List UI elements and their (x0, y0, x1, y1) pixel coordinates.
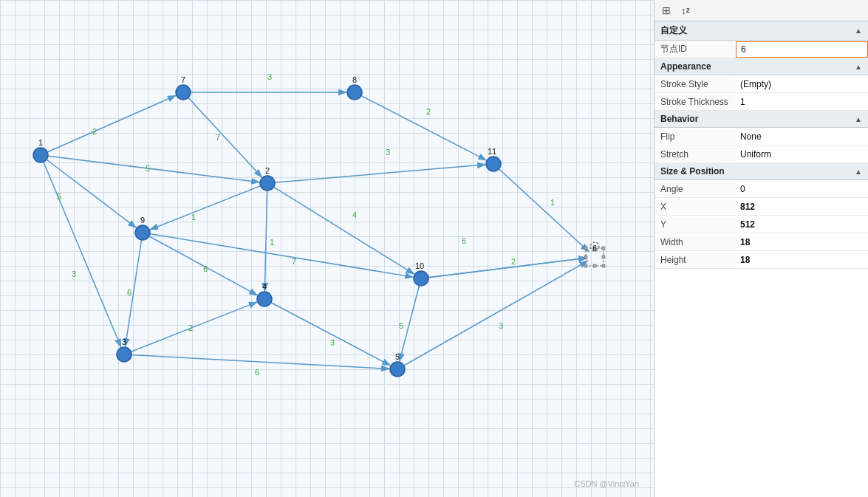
svg-text:3: 3 (122, 337, 126, 346)
graph-svg: 23572431215673526336161234567891011 (0, 0, 654, 497)
svg-point-72 (414, 271, 428, 286)
grid-icon[interactable]: ⊞ (659, 3, 674, 18)
prop-label: Flip (655, 129, 736, 144)
svg-text:1: 1 (38, 138, 43, 147)
svg-line-33 (124, 354, 390, 369)
section-header-custom[interactable]: 自定义▲ (655, 21, 868, 41)
section-header-behavior[interactable]: Behavior▲ (655, 111, 868, 128)
svg-text:2: 2 (265, 166, 270, 175)
panel-toolbar: ⊞ ↕2 (655, 0, 868, 21)
svg-text:6: 6 (462, 236, 466, 245)
svg-text:1: 1 (550, 198, 555, 207)
prop-row: Height18 (655, 251, 868, 269)
prop-value: (Empty) (736, 77, 868, 92)
prop-value: 18 (736, 253, 868, 267)
prop-label: Y (655, 217, 736, 232)
prop-value: 512 (736, 217, 868, 232)
svg-line-27 (41, 155, 137, 228)
prop-label: Height (655, 253, 736, 267)
svg-line-9 (355, 92, 487, 160)
node-7[interactable]: 7 (176, 75, 191, 100)
svg-rect-62 (593, 264, 596, 267)
svg-text:1: 1 (191, 213, 196, 222)
svg-text:5: 5 (399, 321, 403, 330)
node-11[interactable]: 11 (486, 147, 501, 171)
prop-row: StretchUniform (655, 145, 868, 163)
svg-line-29 (41, 155, 121, 348)
properties-panel: ⊞ ↕2 自定义▲节点ID6Appearance▲Stroke Style(Em… (654, 0, 868, 497)
prop-row: X812 (655, 198, 868, 216)
svg-text:11: 11 (488, 147, 496, 156)
svg-line-13 (267, 165, 486, 183)
svg-text:3: 3 (386, 148, 390, 157)
svg-point-53 (390, 362, 405, 377)
svg-text:4: 4 (262, 282, 267, 291)
prop-label: 节点ID (655, 41, 736, 58)
svg-rect-63 (602, 264, 605, 267)
prop-row: FlipNone (655, 128, 868, 145)
section-header-sizePosition[interactable]: Size & Position▲ (655, 163, 868, 180)
svg-text:5: 5 (146, 164, 150, 173)
svg-text:3: 3 (72, 270, 76, 278)
svg-point-70 (135, 225, 150, 240)
svg-line-5 (41, 155, 260, 182)
svg-rect-59 (584, 256, 587, 258)
prop-value: 1 (736, 95, 868, 109)
prop-value: None (736, 129, 868, 144)
svg-text:1: 1 (270, 238, 274, 247)
prop-row: Stroke Style(Empty) (655, 75, 868, 93)
svg-line-11 (267, 183, 415, 275)
svg-text:5: 5 (395, 352, 400, 361)
svg-line-21 (400, 278, 421, 362)
prop-value: 18 (736, 235, 868, 250)
svg-line-35 (264, 299, 391, 366)
svg-text:9: 9 (140, 216, 145, 224)
svg-text:6: 6 (203, 264, 208, 273)
properties-list: 自定义▲节点ID6Appearance▲Stroke Style(Empty)S… (655, 21, 868, 497)
prop-row: Angle0 (655, 180, 868, 198)
prop-value: Uniform (736, 147, 868, 162)
svg-line-15 (493, 164, 590, 252)
svg-text:6: 6 (127, 288, 131, 297)
node-10[interactable]: 10 (414, 261, 428, 286)
svg-text:7: 7 (292, 257, 296, 266)
prop-value[interactable]: 6 (736, 41, 868, 58)
svg-line-41 (149, 183, 267, 230)
watermark-text: CSDN @VinciYan (574, 479, 639, 488)
svg-line-1 (41, 95, 177, 155)
svg-point-51 (257, 292, 272, 306)
svg-rect-61 (584, 264, 587, 267)
svg-text:2: 2 (188, 323, 193, 332)
svg-text:4: 4 (352, 210, 357, 219)
node-9[interactable]: 9 (135, 216, 150, 240)
node-4[interactable]: 4 (257, 282, 272, 306)
svg-text:6: 6 (255, 368, 259, 377)
svg-text:5: 5 (57, 192, 61, 201)
prop-label: Stroke Thickness (655, 95, 736, 109)
sort-icon[interactable]: ↕2 (678, 3, 693, 18)
svg-text:6: 6 (592, 244, 597, 253)
prop-value: 812 (736, 199, 868, 214)
prop-row: Stroke Thickness1 (655, 93, 868, 111)
section-header-appearance[interactable]: Appearance▲ (655, 58, 868, 75)
node-8[interactable]: 8 (347, 75, 362, 100)
svg-point-66 (176, 85, 191, 100)
svg-point-45 (33, 148, 48, 162)
svg-text:8: 8 (352, 75, 357, 84)
svg-text:3: 3 (330, 338, 335, 347)
svg-line-19 (264, 183, 267, 292)
prop-label: Stretch (655, 147, 736, 162)
graph-canvas[interactable]: 23572431215673526336161234567891011 CSDN… (0, 0, 654, 497)
svg-text:10: 10 (415, 261, 424, 270)
svg-text:7: 7 (181, 75, 185, 84)
node-6[interactable]: 6 (584, 242, 605, 267)
svg-text:2: 2 (92, 127, 97, 136)
prop-row: Width18 (655, 233, 868, 251)
node-1[interactable]: 1 (33, 138, 48, 162)
svg-point-49 (117, 347, 131, 362)
prop-value: 0 (736, 182, 868, 196)
svg-point-68 (347, 85, 362, 100)
prop-label: X (655, 199, 736, 214)
node-5[interactable]: 5 (390, 352, 405, 377)
node-2[interactable]: 2 (260, 166, 275, 191)
